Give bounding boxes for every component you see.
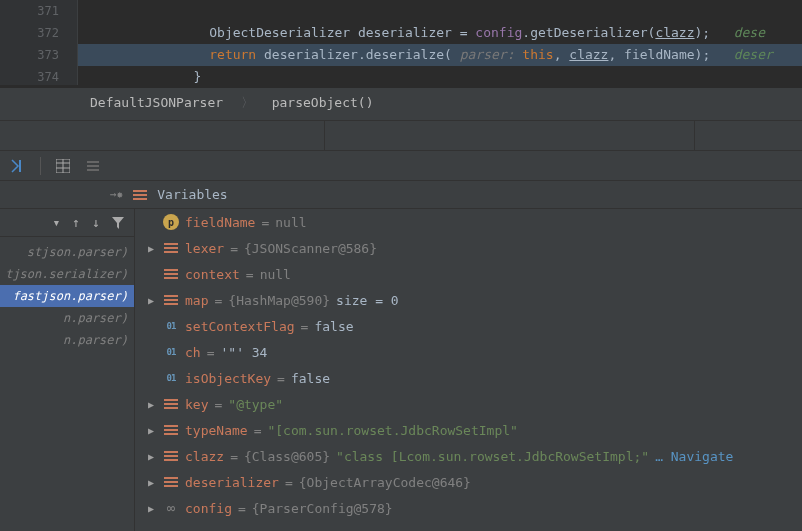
equals-sign: = [207, 345, 215, 360]
frame-item[interactable]: n.parser) [0, 307, 134, 329]
tab-segment[interactable] [325, 121, 695, 150]
variable-value: null [260, 267, 291, 282]
variable-row[interactable]: ▶map = {HashMap@590} size = 0 [135, 287, 802, 313]
variable-name: typeName [185, 423, 248, 438]
breadcrumb-method[interactable]: parseObject() [272, 95, 374, 110]
variable-value: {JSONScanner@586} [244, 241, 377, 256]
equals-sign: = [246, 267, 254, 282]
field-icon [163, 292, 179, 308]
frames-toolbar: ▾ ↑ ↓ [0, 209, 134, 237]
step-up-icon[interactable]: ↑ [72, 215, 80, 230]
variable-name: clazz [185, 449, 224, 464]
debug-tab-strip [0, 121, 802, 151]
variable-row[interactable]: ▶∞config = {ParserConfig@578} [135, 495, 802, 521]
equals-sign: = [277, 371, 285, 386]
variables-label: Variables [157, 187, 227, 202]
variable-row[interactable]: ▶typeName = "[com.sun.rowset.JdbcRowSetI… [135, 417, 802, 443]
navigate-link[interactable]: … Navigate [655, 449, 733, 464]
toolbar-divider [40, 157, 41, 175]
svg-rect-6 [87, 165, 99, 167]
code-line-373-current[interactable]: return deserializer.deserialze( parser: … [78, 44, 802, 66]
variable-value: "[com.sun.rowset.JdbcRowSetImpl" [267, 423, 517, 438]
variable-name: isObjectKey [185, 371, 271, 386]
frame-item-selected[interactable]: fastjson.parser) [0, 285, 134, 307]
expand-arrow-icon[interactable]: ▶ [145, 295, 157, 306]
equals-sign: = [285, 475, 293, 490]
tab-segment[interactable] [0, 121, 325, 150]
variable-name: setContextFlag [185, 319, 295, 334]
field-icon [163, 396, 179, 412]
gutter: 371 372 373 374 [0, 0, 78, 85]
table-view-icon[interactable] [55, 158, 71, 174]
variable-row[interactable]: 01isObjectKey = false [135, 365, 802, 391]
line-number: 374 [0, 66, 77, 88]
variable-name: deserializer [185, 475, 279, 490]
svg-rect-7 [87, 169, 99, 171]
equals-sign: = [230, 241, 238, 256]
settings-icon[interactable] [85, 158, 101, 174]
expand-arrow-icon[interactable]: ▶ [145, 451, 157, 462]
svg-rect-5 [87, 161, 99, 163]
variable-row[interactable]: ▶key = "@type" [135, 391, 802, 417]
field-icon [163, 240, 179, 256]
field-icon [163, 474, 179, 490]
variable-row[interactable]: ▶clazz = {Class@605} "class [Lcom.sun.ro… [135, 443, 802, 469]
breadcrumb[interactable]: DefaultJSONParser 〉 parseObject() [0, 88, 802, 121]
variable-suffix: size = 0 [336, 293, 399, 308]
frames-panel[interactable]: ▾ ↑ ↓ stjson.parser) tjson.serializer) f… [0, 209, 135, 531]
frames-list[interactable]: stjson.parser) tjson.serializer) fastjso… [0, 237, 134, 351]
variable-name: ch [185, 345, 201, 360]
variable-row[interactable]: pfieldName = null [135, 209, 802, 235]
set-value-icon[interactable] [10, 158, 26, 174]
equals-sign: = [214, 397, 222, 412]
equals-sign: = [238, 501, 246, 516]
variable-name: key [185, 397, 208, 412]
equals-sign: = [261, 215, 269, 230]
field-icon [163, 448, 179, 464]
infinity-icon: ∞ [163, 500, 179, 516]
variable-name: fieldName [185, 215, 255, 230]
variable-row[interactable]: ▶deserializer = {ObjectArrayCodec@646} [135, 469, 802, 495]
equals-sign: = [214, 293, 222, 308]
code-content[interactable]: ObjectDeserializer deserializer = config… [78, 0, 802, 88]
field-icon [163, 422, 179, 438]
code-line-372[interactable]: ObjectDeserializer deserializer = config… [78, 22, 802, 44]
primitive-icon: 01 [163, 318, 179, 334]
filter-icon[interactable] [112, 217, 124, 229]
frame-item[interactable]: stjson.parser) [0, 241, 134, 263]
frame-item[interactable]: n.parser) [0, 329, 134, 351]
line-number: 372 [0, 22, 77, 44]
variable-row[interactable]: context = null [135, 261, 802, 287]
dropdown-icon[interactable]: ▾ [53, 215, 61, 230]
variable-name: config [185, 501, 232, 516]
expand-arrow-icon[interactable]: ▶ [145, 503, 157, 514]
param-icon: p [163, 214, 179, 230]
line-number: 373 [0, 44, 77, 66]
variable-string-value: "class [Lcom.sun.rowset.JdbcRowSetImpl;" [336, 449, 649, 464]
code-line-374[interactable]: } [78, 66, 802, 88]
breadcrumb-class[interactable]: DefaultJSONParser [90, 95, 223, 110]
variable-value: "@type" [228, 397, 283, 412]
variable-name: context [185, 267, 240, 282]
expand-arrow-icon[interactable]: ▶ [145, 399, 157, 410]
variables-header: →✸ Variables [0, 181, 802, 209]
code-editor[interactable]: 371 372 373 374 ObjectDeserializer deser… [0, 0, 802, 88]
expand-arrow-icon[interactable]: ▶ [145, 425, 157, 436]
line-number: 371 [0, 0, 77, 22]
restore-layout-icon[interactable]: →✸ [110, 188, 123, 201]
variables-icon [133, 188, 147, 202]
expand-arrow-icon[interactable]: ▶ [145, 243, 157, 254]
frame-item[interactable]: tjson.serializer) [0, 263, 134, 285]
variable-value: {HashMap@590} [228, 293, 330, 308]
variable-value: {ParserConfig@578} [252, 501, 393, 516]
variable-value: false [291, 371, 330, 386]
variable-row[interactable]: 01setContextFlag = false [135, 313, 802, 339]
svg-rect-0 [19, 160, 21, 172]
variable-row[interactable]: 01ch = '"' 34 [135, 339, 802, 365]
primitive-icon: 01 [163, 370, 179, 386]
variables-panel[interactable]: pfieldName = null▶lexer = {JSONScanner@5… [135, 209, 802, 531]
step-down-icon[interactable]: ↓ [92, 215, 100, 230]
expand-arrow-icon[interactable]: ▶ [145, 477, 157, 488]
code-line-371[interactable] [78, 0, 802, 22]
variable-row[interactable]: ▶lexer = {JSONScanner@586} [135, 235, 802, 261]
